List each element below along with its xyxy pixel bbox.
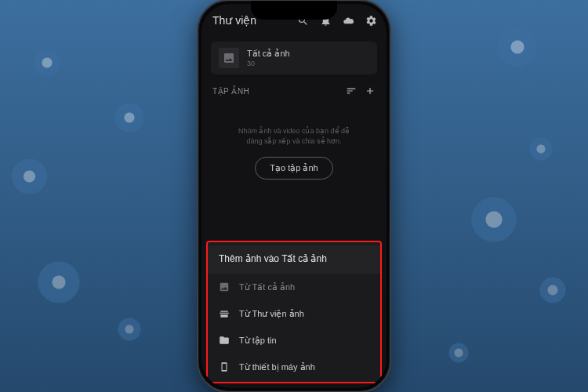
empty-message: Nhóm ảnh và video của bạn để dễ dàng sắp… — [220, 126, 368, 146]
create-album-button[interactable]: Tạo tập ảnh — [255, 157, 332, 180]
empty-state: Nhóm ảnh và video của bạn để dễ dàng sắp… — [201, 100, 387, 189]
album-count: 30 — [247, 60, 290, 67]
folder-icon — [219, 335, 230, 346]
sheet-item-label: Từ tập tin — [239, 336, 277, 346]
camera-device-icon — [219, 361, 230, 372]
sheet-item-from-gallery[interactable]: Từ Thư viện ảnh — [208, 300, 380, 327]
section-label: TẬP ẢNH — [212, 87, 338, 96]
image-icon — [219, 48, 239, 68]
gallery-stack-icon — [219, 308, 230, 319]
sheet-item-from-files[interactable]: Từ tập tin — [208, 327, 380, 354]
phone-notch — [251, 1, 337, 20]
sheet-title: Thêm ảnh vào Tất cả ảnh — [208, 245, 380, 274]
add-photos-sheet: Thêm ảnh vào Tất cả ảnh Từ Tất cả ảnh Từ… — [206, 241, 382, 383]
album-info: Tất cả ảnh 30 — [247, 49, 290, 67]
sort-icon[interactable] — [346, 85, 357, 96]
sheet-item-label: Từ Tất cả ảnh — [239, 282, 295, 292]
image-icon — [219, 281, 230, 292]
plus-icon[interactable] — [365, 85, 376, 96]
phone-frame: Thư viện Tất cả ảnh — [197, 0, 391, 392]
sheet-item-from-camera-device[interactable]: Từ thiết bị máy ảnh — [208, 354, 380, 380]
gear-icon[interactable] — [365, 15, 377, 27]
all-photos-card[interactable]: Tất cả ảnh 30 — [211, 42, 377, 74]
app-screen: Thư viện Tất cả ảnh — [201, 4, 387, 388]
sheet-item-label: Từ Thư viện ảnh — [239, 309, 304, 319]
album-name: Tất cả ảnh — [247, 49, 290, 59]
sheet-item-label: Từ thiết bị máy ảnh — [239, 362, 315, 372]
cloud-sync-icon[interactable] — [343, 15, 354, 27]
sheet-item-from-all-photos[interactable]: Từ Tất cả ảnh — [208, 274, 380, 300]
albums-section-header: TẬP ẢNH — [201, 74, 387, 100]
